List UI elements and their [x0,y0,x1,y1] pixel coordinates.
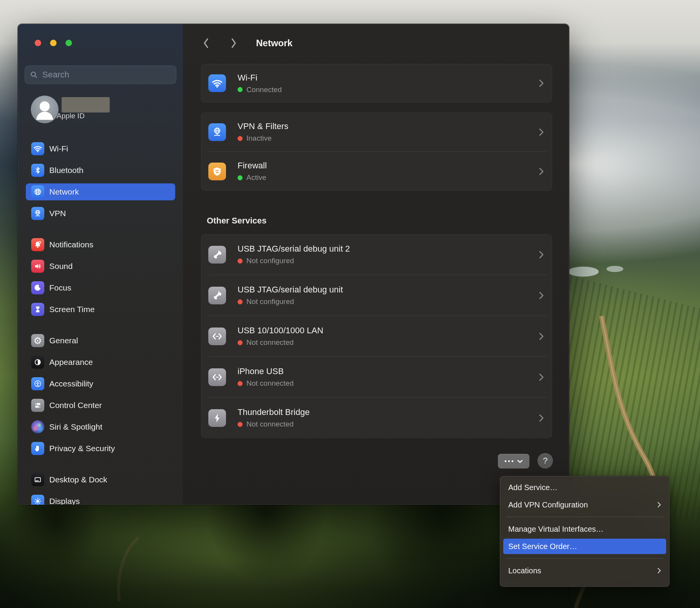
status-dot-red [238,422,243,427]
status-dot-red [238,381,243,386]
status-text: Not connected [246,420,294,428]
search-input[interactable] [42,69,159,80]
vpn-globe-icon [208,123,226,141]
thunderbolt-icon [208,409,226,427]
phone-icon [208,287,226,304]
sidebar-item-network[interactable]: Network [26,183,175,200]
bell-icon [31,238,44,251]
accessibility-icon [31,377,44,390]
service-row-usb-lan[interactable]: USB 10/100/1000 LAN Not connected [201,316,552,356]
menu-item-add-service[interactable]: Add Service… [503,480,666,495]
toggles-icon [31,399,44,412]
bluetooth-icon [31,164,44,177]
apple-id-label[interactable]: Apple ID [57,112,85,120]
speaker-icon [31,260,44,273]
close-button[interactable] [35,40,41,46]
chevron-left-icon [203,38,209,49]
chevron-right-icon [539,251,544,259]
section-header: Other Services [207,216,266,226]
sidebar-item-appearance[interactable]: Appearance [26,354,175,371]
sidebar-item-bluetooth[interactable]: Bluetooth [26,162,175,179]
globe-icon [31,185,44,198]
sidebar-item-vpn[interactable]: VPN [26,205,175,222]
desktop-window-icon [31,473,44,486]
wifi-row[interactable]: Wi-Fi Connected [201,64,552,102]
status-dot-green [238,175,243,180]
chevron-right-icon [539,333,544,340]
sidebar-item-notifications[interactable]: Notifications [26,236,175,253]
status-text: Not configured [246,257,294,265]
status-text: Not configured [246,297,294,306]
chevron-down-icon [517,460,523,463]
gear-icon: ⚙ [31,334,44,347]
more-options-button[interactable] [498,454,529,469]
page-title: Network [256,38,293,49]
phone-icon [208,246,226,264]
ellipsis-icon [504,460,514,462]
sidebar-item-general[interactable]: ⚙ General [26,332,175,349]
sidebar-item-screen-time[interactable]: Screen Time [26,301,175,318]
firewall-row[interactable]: Firewall Active [201,152,552,191]
sidebar-item-wifi[interactable]: Wi-Fi [26,140,175,157]
back-button[interactable] [198,37,214,50]
brightness-icon [31,495,44,505]
wifi-icon [31,142,44,155]
service-row-iphone-usb[interactable]: iPhone USB Not connected [201,357,552,397]
status-dot-red [238,259,243,264]
status-text: Active [246,173,266,182]
search-icon [30,71,38,79]
status-text: Connected [246,86,282,94]
chevron-right-icon [539,292,544,299]
sidebar-item-sound[interactable]: Sound [26,258,175,275]
sidebar-item-displays[interactable]: Displays [26,493,175,505]
help-button[interactable]: ? [538,453,553,469]
service-row-usb-jtag-2[interactable]: USB JTAG/serial debug unit 2 Not configu… [201,234,552,275]
sidebar-item-focus[interactable]: Focus [26,279,175,296]
status-text: Not connected [246,379,294,388]
sidebar: Apple ID Wi-Fi Bluetooth [18,24,183,505]
vpn-globe-icon [31,207,44,220]
sidebar-item-privacy-security[interactable]: Privacy & Security [26,440,175,457]
status-dot-red [238,340,243,345]
sidebar-nav: Wi-Fi Bluetooth [26,140,175,505]
chevron-right-icon [539,373,544,381]
sidebar-item-control-center[interactable]: Control Center [26,397,175,414]
menu-item-manage-virtual-interfaces[interactable]: Manage Virtual Interfaces… [503,521,666,537]
wifi-card: Wi-Fi Connected [201,64,552,102]
menu-divider [506,558,663,559]
service-row-thunderbolt-bridge[interactable]: Thunderbolt Bridge Not connected [201,398,552,438]
service-row-usb-jtag[interactable]: USB JTAG/serial debug unit Not configure… [201,275,552,316]
appearance-icon [31,356,44,369]
wifi-icon [208,74,226,92]
firewall-shield-icon [208,163,226,180]
person-icon [31,96,59,123]
zoom-button[interactable] [65,40,72,46]
security-card: VPN & Filters Inactive [201,113,552,191]
sidebar-item-desktop-dock[interactable]: Desktop & Dock [26,471,175,488]
forward-button[interactable] [226,37,241,50]
other-services-card: USB JTAG/serial debug unit 2 Not configu… [201,234,552,438]
menu-item-set-service-order[interactable]: Set Service Order… [503,539,666,554]
menu-item-add-vpn-configuration[interactable]: Add VPN Configuration [503,497,666,512]
system-settings-window: Apple ID Wi-Fi Bluetooth [18,24,569,505]
status-dot-red [238,136,243,141]
network-pane: Network Wi-Fi Connected [183,24,569,505]
search-field[interactable] [25,66,176,84]
status-text: Not connected [246,338,294,347]
chevron-right-icon [539,168,544,175]
status-text: Inactive [246,134,271,143]
sidebar-item-siri-spotlight[interactable]: Siri & Spotlight [26,418,175,435]
ethernet-icon [208,368,226,386]
redacted-account-name [62,97,110,113]
chevron-right-icon [231,38,237,49]
minimize-button[interactable] [50,40,57,46]
menu-item-locations[interactable]: Locations [503,563,666,578]
vpn-filters-row[interactable]: VPN & Filters Inactive [201,113,552,151]
chevron-right-icon [539,79,544,87]
chevron-right-icon [657,568,661,574]
moon-icon [31,281,44,294]
content-header: Network [183,37,293,50]
avatar[interactable] [31,96,59,123]
siri-orb-icon [31,420,44,433]
sidebar-item-accessibility[interactable]: Accessibility [26,375,175,392]
